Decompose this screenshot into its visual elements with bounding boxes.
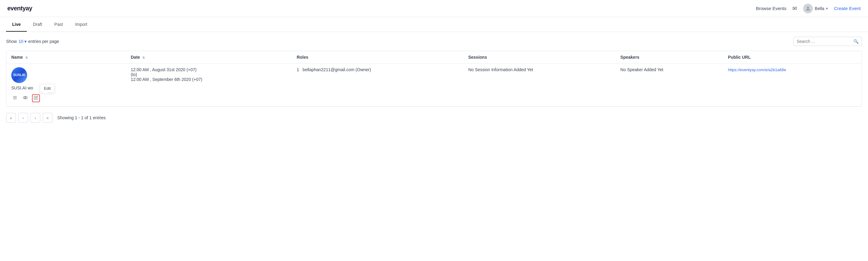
tab-past[interactable]: Past [48,17,69,32]
last-page-button[interactable]: » [43,113,53,122]
controls-row: Show 10 ▾ entries per page 🔍 [0,32,868,51]
table-row: SUSI.AI SUSI.AI wo Edit [6,64,862,107]
entries-count: 10 [19,39,24,44]
roles-count: 1 [297,67,299,72]
header: eventyay Browse Events ✉ Bella ▾ Create … [0,0,868,17]
roles-cell: 1 bellaphan2211@gmail.com (Owner) [292,64,463,107]
edit-tooltip: Edit [40,84,55,93]
speakers-cell: No Speaker Added Yet [616,64,723,107]
col-name[interactable]: Name ⇅ [6,51,126,64]
list-icon[interactable] [11,94,19,103]
prev-page-button[interactable]: ‹ [18,113,28,122]
date-sort-icon: ⇅ [142,56,145,59]
user-menu[interactable]: Bella ▾ [803,4,828,13]
logo: eventyay [7,5,32,12]
entries-control: Show 10 ▾ entries per page [6,39,59,44]
action-icons: Edit [11,94,40,103]
eye-icon[interactable] [22,94,29,103]
search-icon: 🔍 [854,39,859,44]
header-right: Browse Events ✉ Bella ▾ Create Event [756,4,861,13]
svg-point-0 [807,6,809,8]
roles-email: bellaphan2211@gmail.com (Owner) [303,67,371,72]
event-name: SUSI.AI wo [11,85,33,90]
tab-draft[interactable]: Draft [27,17,48,32]
events-table-container: Name ⇅ Date ⇅ Roles Sessions Speakers Pu… [6,51,862,107]
showing-text: Showing 1 - 1 of 1 entries [57,115,106,120]
event-logo: SUSI.AI [11,67,27,83]
pagination-row: « ‹ › » Showing 1 - 1 of 1 entries [0,107,868,129]
tab-import[interactable]: Import [69,17,93,32]
first-page-button[interactable]: « [6,113,16,122]
search-input[interactable] [797,39,851,44]
svg-point-5 [25,97,26,98]
name-sort-icon: ⇅ [25,56,28,59]
col-roles: Roles [292,51,463,64]
search-box: 🔍 [793,37,862,46]
tabs-nav: Live Draft Past Import [0,17,868,32]
date-cell: 12:00 AM , August 31st 2020 (+07)(to)12:… [126,64,292,107]
event-info: SUSI.AI SUSI.AI wo Edit [11,67,121,103]
tab-live[interactable]: Live [6,17,27,32]
show-label: Show [6,39,17,44]
next-page-button[interactable]: › [30,113,40,122]
table-header-row: Name ⇅ Date ⇅ Roles Sessions Speakers Pu… [6,51,862,64]
url-cell: https://eventyay.com/e/a2b1a68e [723,64,862,107]
entries-dropdown-icon: ▾ [24,39,27,44]
col-sessions: Sessions [463,51,615,64]
col-speakers: Speakers [616,51,723,64]
create-event-button[interactable]: Create Event [834,6,861,11]
per-page-label: entries per page [28,39,59,44]
mail-icon[interactable]: ✉ [793,5,797,12]
svg-point-4 [23,97,27,99]
avatar [803,4,813,13]
user-name: Bella [815,6,824,11]
events-table: Name ⇅ Date ⇅ Roles Sessions Speakers Pu… [6,51,862,107]
public-url-link[interactable]: https://eventyay.com/e/a2b1a68e [728,68,786,72]
col-public-url: Public URL [723,51,862,64]
sessions-cell: No Session Information Added Yet [463,64,615,107]
browse-events-link[interactable]: Browse Events [756,6,786,11]
chevron-down-icon: ▾ [826,6,828,11]
date-value: 12:00 AM , August 31st 2020 (+07)(to)12:… [131,67,287,82]
event-cell: SUSI.AI SUSI.AI wo Edit [6,64,126,107]
edit-icon[interactable]: Edit [32,94,40,102]
col-date[interactable]: Date ⇅ [126,51,292,64]
entries-select[interactable]: 10 ▾ [19,39,27,44]
